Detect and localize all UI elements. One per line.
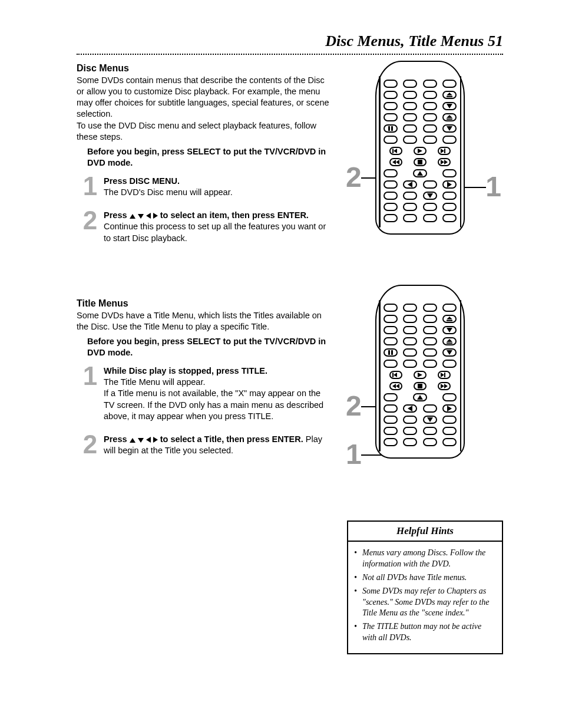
left-icon [403, 180, 417, 189]
illustration-column: 2 1 2 1 [347, 61, 503, 654]
disc-step-2: 2 Press to select an item, then press EN… [77, 209, 329, 243]
header-divider [77, 54, 503, 55]
title-menus-heading: Title Menus [77, 298, 329, 309]
down-icon [442, 326, 457, 334]
callout-2: 2 [346, 161, 362, 193]
callout-line [462, 187, 486, 188]
up-icon [413, 393, 427, 401]
skip-back-icon [389, 371, 402, 379]
play-icon [414, 371, 427, 379]
pause-icon [384, 124, 398, 133]
step-body: Press to select a Title, then press ENTE… [104, 433, 329, 456]
down-icon [423, 192, 437, 200]
callout-1: 1 [485, 170, 501, 203]
ff-icon [438, 158, 451, 166]
step-text-2: If a Title menu is not available, the "X… [104, 388, 323, 420]
step-lead-a: Press [104, 434, 130, 444]
step-lead-b: to select an item, then press ENTER. [158, 210, 309, 220]
hint-item: Some DVDs may refer to Chapters as "scen… [354, 586, 496, 620]
eject-icon [442, 113, 457, 121]
arrow-icons [130, 434, 158, 444]
left-icon [403, 404, 417, 413]
disc-step-1: 1 Press DISC MENU. The DVD's Disc menu w… [77, 174, 329, 198]
disc-menus-heading: Disc Menus [77, 63, 329, 74]
skip-fwd-icon [438, 147, 451, 155]
callout-1: 1 [346, 438, 362, 470]
right-icon [442, 180, 457, 189]
down-icon [442, 102, 457, 110]
step-text: Continue this process to set up all the … [104, 222, 326, 242]
remote-illustration-2: 2 1 [347, 285, 500, 497]
remote-body [375, 285, 465, 459]
page-title: Disc Menus, Title Menus 51 [77, 32, 503, 50]
skip-back-icon [389, 147, 402, 155]
step-body: Press DISC MENU. The DVD's Disc menu wil… [104, 174, 233, 198]
arrow-icons [130, 210, 158, 220]
step-body: Press to select an item, then press ENTE… [104, 209, 329, 243]
eject-icon [442, 337, 457, 345]
step-body: While Disc play is stopped, press TITLE.… [104, 364, 329, 422]
eject-icon [442, 91, 457, 99]
remote-body [375, 61, 465, 235]
step-lead: Press DISC MENU. [104, 176, 180, 186]
right-icon [442, 404, 457, 413]
step-number: 2 [77, 209, 104, 232]
step-number: 1 [77, 174, 104, 198]
step-text-1: The Title Menu will appear. [104, 377, 205, 387]
disc-intro-2: To use the DVD Disc menu and select play… [77, 120, 329, 143]
hint-item: The TITLE button may not be active with … [354, 621, 496, 644]
ff-icon [438, 382, 451, 390]
content-columns: Disc Menus Some DVDs contain menus that … [77, 61, 503, 654]
hints-title: Helpful Hints [348, 522, 502, 542]
hint-item: Not all DVDs have Title menus. [354, 572, 496, 584]
step-lead-b: to select a Title, then press ENTER. [158, 434, 303, 444]
play-icon [414, 147, 427, 155]
down-icon [442, 348, 457, 357]
title-step-1: 1 While Disc play is stopped, press TITL… [77, 364, 329, 422]
step-number: 1 [77, 364, 104, 388]
callout-2: 2 [346, 390, 362, 422]
hint-item: Menus vary among Discs. Follow the infor… [354, 548, 496, 570]
title-intro: Some DVDs have a Title Menu, which lists… [77, 310, 329, 332]
skip-fwd-icon [438, 371, 451, 379]
rew-icon [389, 382, 402, 390]
step-lead: While Disc play is stopped, press TITLE. [104, 366, 267, 375]
title-step-2: 2 Press to select a Title, then press EN… [77, 433, 329, 456]
pause-icon [384, 348, 398, 357]
text-column: Disc Menus Some DVDs contain menus that … [77, 61, 329, 654]
helpful-hints-box: Helpful Hints Menus vary among Discs. Fo… [347, 521, 503, 654]
eject-icon [442, 315, 457, 323]
step-text: The DVD's Disc menu will appear. [104, 187, 233, 197]
stop-icon [414, 158, 427, 166]
down-icon [442, 124, 457, 133]
disc-preface: Before you begin, press SELECT to put th… [87, 146, 329, 169]
stop-icon [414, 382, 427, 390]
rew-icon [389, 158, 402, 166]
step-lead-a: Press [104, 210, 130, 220]
remote-illustration-1: 2 1 [347, 61, 500, 261]
down-icon [423, 416, 437, 424]
disc-intro-1: Some DVDs contain menus that describe th… [77, 75, 329, 120]
title-preface: Before you begin, press SELECT to put th… [87, 336, 329, 358]
up-icon [413, 169, 427, 177]
step-number: 2 [77, 433, 104, 456]
hints-list: Menus vary among Discs. Follow the infor… [348, 542, 502, 653]
